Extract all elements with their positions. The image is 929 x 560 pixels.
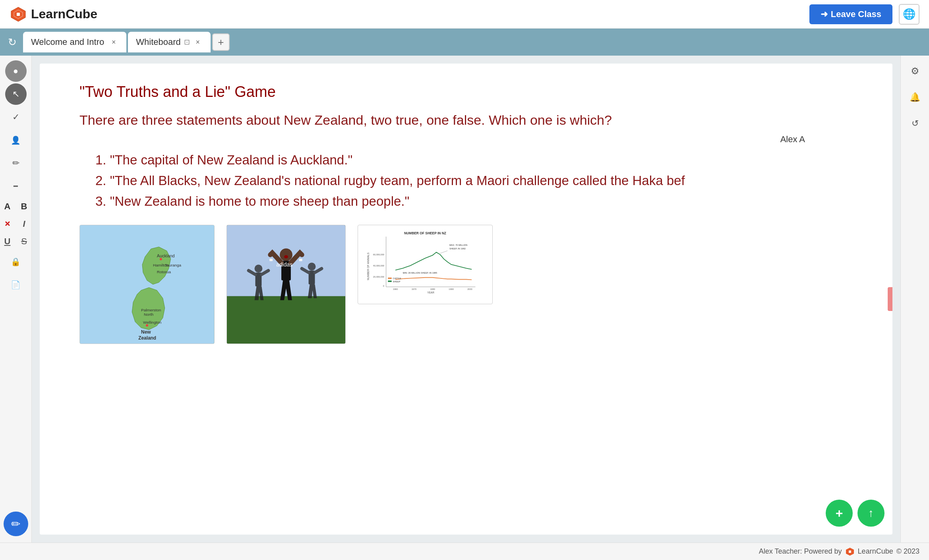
popout-icon: ⊡ <box>184 38 190 46</box>
close-icon-2: × <box>196 38 200 46</box>
logo-icon <box>10 6 27 23</box>
notifications-button[interactable]: 🔔 <box>904 87 926 108</box>
sheep-chart: NUMBER OF SHEEP IN NZ NUMBER OF ANIMALS … <box>358 225 493 304</box>
svg-text:Tauranga: Tauranga <box>165 263 182 267</box>
record-button[interactable]: ● <box>5 60 27 82</box>
tab-welcome[interactable]: Welcome and Intro × <box>23 32 126 52</box>
leave-class-label: Leave Class <box>831 9 881 19</box>
underline-button[interactable]: U <box>0 234 15 249</box>
svg-rect-48 <box>388 280 391 282</box>
text-a-button[interactable]: A <box>0 199 15 214</box>
italic-button[interactable]: I <box>16 216 32 232</box>
copyright: © 2023 <box>896 547 919 556</box>
draw-icon: ✏ <box>11 518 20 531</box>
close-icon: × <box>112 38 116 46</box>
whiteboard-subtitle: There are three statements about New Zea… <box>79 112 869 128</box>
upload-content-button[interactable]: ↑ <box>857 500 884 527</box>
add-tab-icon: + <box>218 36 224 48</box>
check-button[interactable]: ✓ <box>5 106 27 128</box>
list-item: 2. "The All Blacks, New Zealand's nation… <box>95 173 869 188</box>
settings-icon: ⚙ <box>911 66 919 77</box>
svg-text:SHEEP: SHEEP <box>393 280 400 283</box>
header: LearnCube ➜ Leave Class 🌐 <box>0 0 929 29</box>
underline-icon: U <box>4 236 11 247</box>
add-tab-button[interactable]: + <box>212 33 230 51</box>
main-area: ● ↖ ✓ 👤 ✏ ━ A B ✕ <box>0 56 929 543</box>
eraser-icon: ✕ <box>4 220 10 228</box>
svg-line-44 <box>440 251 447 253</box>
bell-icon: 🔔 <box>910 92 920 102</box>
strikethrough-button[interactable]: S <box>16 234 32 249</box>
eraser-button[interactable]: ✕ <box>0 216 15 232</box>
tab-welcome-label: Welcome and Intro <box>31 37 104 47</box>
svg-text:New: New <box>141 329 151 335</box>
svg-point-13 <box>146 324 148 326</box>
whiteboard-list: 1. "The capital of New Zealand is Auckla… <box>79 153 869 209</box>
ruler-button[interactable]: ━ <box>5 176 27 197</box>
svg-text:1960: 1960 <box>393 288 398 290</box>
cursor-button[interactable]: ↖ <box>5 83 27 105</box>
whiteboard-images: Auckland Hamilton Tauranga Rotorua Palme… <box>79 225 869 344</box>
tab-whiteboard-label: Whiteboard <box>136 37 181 47</box>
svg-text:SHEEP, IN 1982: SHEEP, IN 1982 <box>449 247 466 250</box>
list-item: 3. "New Zealand is home to more sheep th… <box>95 194 869 209</box>
svg-point-23 <box>308 263 316 270</box>
svg-text:20,000,000: 20,000,000 <box>373 276 384 278</box>
svg-text:40,000,000: 40,000,000 <box>373 265 384 267</box>
svg-rect-27 <box>299 259 302 261</box>
file-button[interactable]: 📄 <box>5 274 27 295</box>
lock-button[interactable]: 🔒 <box>5 251 27 272</box>
nz-map-image: Auckland Hamilton Tauranga Rotorua Palme… <box>79 225 215 344</box>
left-toolbar: ● ↖ ✓ 👤 ✏ ━ A B ✕ <box>0 56 32 543</box>
svg-text:North: North <box>144 312 153 317</box>
svg-text:NUMBER OF SHEEP IN NZ: NUMBER OF SHEEP IN NZ <box>404 231 446 235</box>
svg-text:CATTLE: CATTLE <box>393 277 401 280</box>
tab-whiteboard[interactable]: Whiteboard ⊡ × <box>128 32 211 52</box>
svg-text:YEAR: YEAR <box>427 291 434 294</box>
svg-text:Auckland: Auckland <box>157 253 175 258</box>
svg-text:MIN: 29 MILLION SHEEP, IN 1985: MIN: 29 MILLION SHEEP, IN 1985 <box>403 272 437 274</box>
svg-text:Wellington: Wellington <box>143 320 161 324</box>
svg-point-20 <box>284 255 288 258</box>
tab-whiteboard-close[interactable]: × <box>193 37 203 47</box>
svg-text:Rotorua: Rotorua <box>157 270 171 274</box>
globe-icon: 🌐 <box>903 8 915 20</box>
eraser-tool-pair: ✕ I <box>0 216 32 232</box>
file-icon: 📄 <box>11 280 21 290</box>
upload-content-icon: ↑ <box>868 507 874 519</box>
tab-bar: ↻ Welcome and Intro × Whiteboard ⊡ × + <box>0 29 929 56</box>
svg-text:1990: 1990 <box>449 288 453 290</box>
svg-rect-26 <box>269 259 273 261</box>
whiteboard-content: "Two Truths and a Lie" Game There are th… <box>40 64 892 356</box>
logo-text: LearnCube <box>31 7 97 21</box>
history-button[interactable]: ↺ <box>904 113 926 134</box>
whiteboard-attribution: Alex A <box>79 134 869 145</box>
svg-point-21 <box>255 265 263 272</box>
svg-rect-46 <box>388 278 391 279</box>
header-right: ➜ Leave Class 🌐 <box>809 4 919 25</box>
tab-welcome-close[interactable]: × <box>109 37 118 47</box>
add-content-icon: + <box>836 506 843 521</box>
reload-button[interactable]: ↻ <box>3 33 21 52</box>
svg-rect-3 <box>17 13 20 16</box>
people-icon: 👤 <box>11 135 21 145</box>
right-sidebar: ⚙ 🔔 ↺ <box>900 56 929 543</box>
globe-button[interactable]: 🌐 <box>899 4 919 25</box>
text-b-icon: B <box>21 201 27 212</box>
svg-point-6 <box>160 258 162 260</box>
format-tool-pair: U S <box>0 234 32 249</box>
text-b-button[interactable]: B <box>16 199 32 214</box>
svg-text:1980: 1980 <box>430 288 435 290</box>
bottom-text: Alex Teacher: Powered by <box>759 547 842 556</box>
logo-area: LearnCube <box>10 6 97 23</box>
cursor-icon: ↖ <box>12 89 19 99</box>
pencil-button[interactable]: ✏ <box>5 153 27 174</box>
draw-button[interactable]: ✏ <box>4 512 28 536</box>
add-content-button[interactable]: + <box>826 500 853 527</box>
leave-class-icon: ➜ <box>821 9 828 19</box>
svg-rect-51 <box>849 550 851 553</box>
people-button[interactable]: 👤 <box>5 129 27 151</box>
record-icon: ● <box>13 66 18 76</box>
settings-button[interactable]: ⚙ <box>904 60 926 82</box>
leave-class-button[interactable]: ➜ Leave Class <box>809 4 892 24</box>
